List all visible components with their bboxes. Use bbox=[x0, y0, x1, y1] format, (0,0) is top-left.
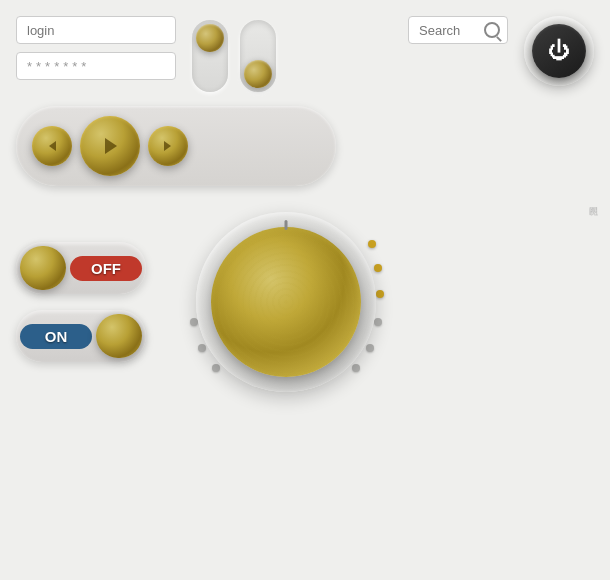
media-controls-bar bbox=[16, 106, 336, 186]
prev-icon bbox=[45, 139, 59, 153]
toggle-off[interactable]: OFF bbox=[16, 242, 146, 294]
toggle-knob-v2 bbox=[244, 60, 272, 88]
media-play-button[interactable] bbox=[80, 116, 140, 176]
toggle-group-vertical bbox=[192, 20, 276, 92]
knob-outer[interactable] bbox=[196, 212, 376, 392]
search-icon bbox=[484, 22, 500, 38]
toggle-vertical-2[interactable] bbox=[240, 20, 276, 92]
next-icon bbox=[161, 139, 175, 153]
toggle-on-label: ON bbox=[20, 324, 92, 349]
svg-marker-2 bbox=[164, 141, 171, 151]
media-row bbox=[16, 106, 594, 186]
toggle-on-knob bbox=[96, 314, 142, 358]
dot-r5 bbox=[366, 344, 374, 352]
search-group bbox=[408, 16, 508, 44]
main-container: ⏻ bbox=[0, 0, 610, 580]
login-input[interactable] bbox=[16, 16, 176, 44]
knob-inner[interactable] bbox=[211, 227, 361, 377]
login-group bbox=[16, 16, 176, 80]
dot-r1 bbox=[368, 240, 376, 248]
toggle-switches-group: OFF ON bbox=[16, 242, 146, 362]
dot-r4 bbox=[374, 318, 382, 326]
dot-r2 bbox=[374, 264, 382, 272]
toggle-off-label: OFF bbox=[70, 256, 142, 281]
play-icon bbox=[99, 135, 121, 157]
svg-marker-0 bbox=[49, 141, 56, 151]
svg-marker-1 bbox=[105, 138, 117, 154]
media-prev-button[interactable] bbox=[32, 126, 72, 166]
toggle-on[interactable]: ON bbox=[16, 310, 146, 362]
dot-l5 bbox=[198, 344, 206, 352]
power-inner: ⏻ bbox=[532, 24, 586, 78]
toggle-vertical-1[interactable] bbox=[192, 20, 228, 92]
toggle-knob-v1 bbox=[196, 24, 224, 52]
power-button[interactable]: ⏻ bbox=[524, 16, 594, 86]
power-icon: ⏻ bbox=[548, 40, 570, 62]
password-input[interactable] bbox=[16, 52, 176, 80]
dot-r3 bbox=[376, 290, 384, 298]
volume-knob-container bbox=[186, 202, 386, 402]
dot-r6 bbox=[352, 364, 360, 372]
media-next-button[interactable] bbox=[148, 126, 188, 166]
knob-indicator bbox=[285, 220, 288, 230]
dot-l6 bbox=[212, 364, 220, 372]
toggle-off-knob bbox=[20, 246, 66, 290]
